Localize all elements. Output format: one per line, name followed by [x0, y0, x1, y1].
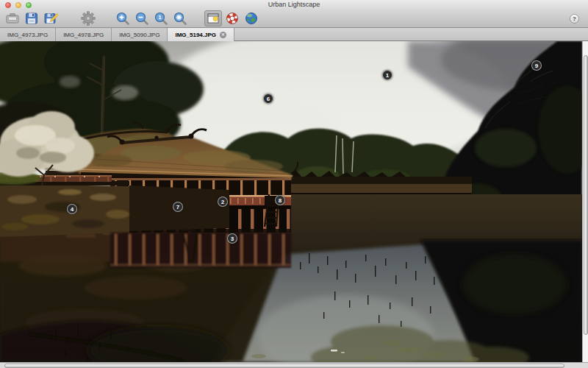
tab-bar: IMG_4973.JPGIMG_4978.JPGIMG_5090.JPGIMG_…: [0, 28, 588, 41]
image-canvas[interactable]: 12346789: [0, 41, 588, 362]
preview-toggle-button[interactable]: [204, 10, 222, 26]
zoom-actual-size-button[interactable]: 1: [152, 10, 170, 26]
horizontal-scrollbar-thumb[interactable]: [4, 364, 564, 368]
control-point-4[interactable]: 4: [67, 204, 77, 214]
save-as-icon: [43, 11, 58, 26]
zoom-in-button[interactable]: [114, 10, 132, 26]
tab-label: IMG_4973.JPG: [7, 29, 48, 41]
close-window-button[interactable]: [5, 2, 11, 8]
control-point-7[interactable]: 7: [173, 202, 183, 212]
help-question-button[interactable]: ?: [570, 14, 579, 24]
control-point-2[interactable]: 2: [218, 197, 228, 207]
save-as-button[interactable]: [42, 10, 60, 26]
tab-img_5194-jpg[interactable]: IMG_5194.JPG✕: [168, 28, 234, 41]
toolbar: 1: [0, 10, 588, 28]
vertical-scrollbar-thumb[interactable]: [584, 55, 588, 335]
tab-label: IMG_5090.JPG: [119, 29, 159, 41]
open-icon: [5, 11, 20, 26]
horizontal-scrollbar[interactable]: [0, 362, 588, 368]
tab-label: IMG_4978.JPG: [63, 29, 104, 41]
tab-img_4973-jpg[interactable]: IMG_4973.JPG: [0, 28, 56, 41]
zoom-window-button[interactable]: [26, 2, 32, 8]
control-point-6[interactable]: 6: [263, 93, 273, 104]
settings-gear-icon: [81, 11, 96, 26]
website-button[interactable]: [243, 10, 260, 26]
zoom-in-icon: [115, 11, 130, 26]
website-globe-icon: [244, 11, 259, 26]
control-point-3[interactable]: 3: [227, 233, 237, 244]
zoom-out-button[interactable]: [133, 10, 151, 26]
zoom-out-icon: [135, 11, 149, 26]
tab-close-icon[interactable]: ✕: [220, 32, 226, 38]
control-point-9[interactable]: 9: [531, 60, 542, 71]
photo-image: [0, 41, 582, 362]
svg-text:1: 1: [158, 14, 162, 21]
minimize-window-button[interactable]: [15, 2, 21, 8]
vertical-scrollbar[interactable]: [582, 41, 588, 362]
settings-button[interactable]: [79, 10, 97, 26]
control-point-1[interactable]: 1: [382, 70, 392, 80]
open-button[interactable]: [4, 10, 21, 26]
preview-toggle-icon: [206, 11, 220, 26]
tab-img_5090-jpg[interactable]: IMG_5090.JPG: [112, 28, 168, 41]
help-button[interactable]: [223, 10, 241, 26]
help-lifering-icon: [225, 11, 240, 26]
save-button[interactable]: [23, 10, 40, 26]
zoom-fit-button[interactable]: [171, 10, 189, 26]
title-bar: Urban Lightscape: [0, 0, 588, 10]
save-icon: [24, 11, 39, 26]
tab-img_4978-jpg[interactable]: IMG_4978.JPG: [56, 28, 112, 41]
tab-label: IMG_5194.JPG: [175, 29, 216, 41]
window-title: Urban Lightscape: [0, 0, 588, 10]
app-window: Urban Lightscape: [0, 0, 588, 368]
traffic-lights: [5, 2, 32, 8]
zoom-fit-icon: [173, 11, 187, 26]
zoom-actual-size-icon: 1: [154, 11, 168, 26]
control-point-8[interactable]: 8: [275, 195, 285, 205]
